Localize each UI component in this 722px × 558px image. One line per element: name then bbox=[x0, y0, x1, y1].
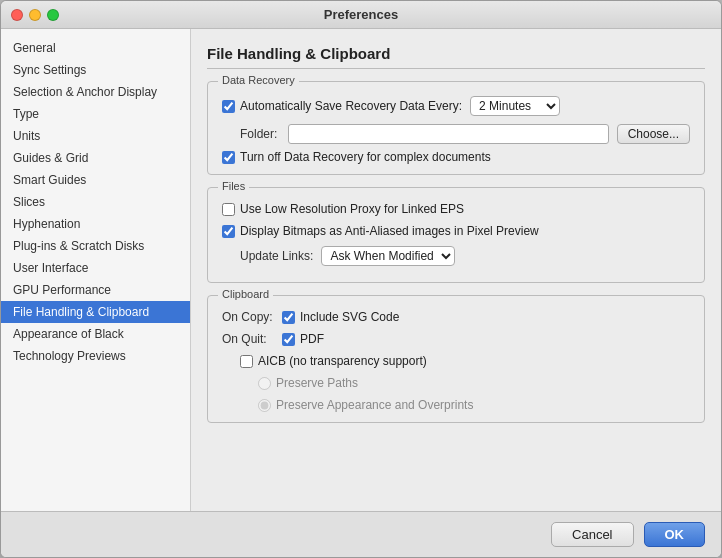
low-res-text: Use Low Resolution Proxy for Linked EPS bbox=[240, 202, 464, 216]
data-recovery-section: Data Recovery Automatically Save Recover… bbox=[207, 81, 705, 175]
auto-save-checkbox-label[interactable]: Automatically Save Recovery Data Every: bbox=[222, 99, 462, 113]
update-links-label: Update Links: bbox=[240, 249, 313, 263]
sidebar-item[interactable]: Units bbox=[1, 125, 190, 147]
sidebar-item[interactable]: Appearance of Black bbox=[1, 323, 190, 345]
preserve-paths-text: Preserve Paths bbox=[276, 376, 358, 390]
preserve-appearance-row: Preserve Appearance and Overprints bbox=[258, 398, 690, 412]
anti-aliased-checkbox-label[interactable]: Display Bitmaps as Anti-Aliased images i… bbox=[222, 224, 539, 238]
pdf-checkbox[interactable] bbox=[282, 333, 295, 346]
complex-docs-checkbox-label[interactable]: Turn off Data Recovery for complex docum… bbox=[222, 150, 491, 164]
anti-aliased-text: Display Bitmaps as Anti-Aliased images i… bbox=[240, 224, 539, 238]
low-res-checkbox[interactable] bbox=[222, 203, 235, 216]
data-recovery-label: Data Recovery bbox=[218, 74, 299, 86]
complex-docs-checkbox[interactable] bbox=[222, 151, 235, 164]
preserve-appearance-text: Preserve Appearance and Overprints bbox=[276, 398, 473, 412]
clipboard-section: Clipboard On Copy: Include SVG Code On Q… bbox=[207, 295, 705, 423]
footer: Cancel OK bbox=[1, 511, 721, 557]
sidebar-item[interactable]: Slices bbox=[1, 191, 190, 213]
files-label: Files bbox=[218, 180, 249, 192]
main-panel-title: File Handling & Clipboard bbox=[207, 45, 705, 69]
choose-button[interactable]: Choose... bbox=[617, 124, 690, 144]
anti-aliased-row: Display Bitmaps as Anti-Aliased images i… bbox=[222, 224, 690, 238]
complex-docs-text: Turn off Data Recovery for complex docum… bbox=[240, 150, 491, 164]
aicb-checkbox[interactable] bbox=[240, 355, 253, 368]
sidebar-item[interactable]: Type bbox=[1, 103, 190, 125]
anti-aliased-checkbox[interactable] bbox=[222, 225, 235, 238]
complex-docs-row: Turn off Data Recovery for complex docum… bbox=[222, 150, 690, 164]
sidebar-item[interactable]: Hyphenation bbox=[1, 213, 190, 235]
preserve-paths-radio bbox=[258, 377, 271, 390]
ok-button[interactable]: OK bbox=[644, 522, 706, 547]
preserve-paths-row: Preserve Paths bbox=[258, 376, 690, 390]
auto-save-text: Automatically Save Recovery Data Every: bbox=[240, 99, 462, 113]
clipboard-label: Clipboard bbox=[218, 288, 273, 300]
update-links-row: Update Links: Ask When ModifiedAutomatic… bbox=[240, 246, 690, 266]
files-section: Files Use Low Resolution Proxy for Linke… bbox=[207, 187, 705, 283]
on-copy-row: On Copy: Include SVG Code bbox=[222, 310, 690, 324]
folder-input[interactable] bbox=[288, 124, 609, 144]
sidebar-item[interactable]: Selection & Anchor Display bbox=[1, 81, 190, 103]
aicb-row: AICB (no transparency support) bbox=[240, 354, 690, 368]
sidebar-item[interactable]: GPU Performance bbox=[1, 279, 190, 301]
folder-row: Folder: Choose... bbox=[240, 124, 690, 144]
on-copy-label: On Copy: bbox=[222, 310, 282, 324]
pdf-checkbox-label[interactable]: PDF bbox=[282, 332, 324, 346]
maximize-button[interactable] bbox=[47, 9, 59, 21]
title-bar: Preferences bbox=[1, 1, 721, 29]
close-button[interactable] bbox=[11, 9, 23, 21]
cancel-button[interactable]: Cancel bbox=[551, 522, 633, 547]
minimize-button[interactable] bbox=[29, 9, 41, 21]
pdf-text: PDF bbox=[300, 332, 324, 346]
window-controls bbox=[11, 9, 59, 21]
low-res-row: Use Low Resolution Proxy for Linked EPS bbox=[222, 202, 690, 216]
include-svg-checkbox[interactable] bbox=[282, 311, 295, 324]
update-links-select[interactable]: Ask When ModifiedAutomaticallyManually bbox=[321, 246, 455, 266]
sidebar-item[interactable]: Technology Previews bbox=[1, 345, 190, 367]
window-title: Preferences bbox=[324, 7, 398, 22]
sidebar-item[interactable]: Guides & Grid bbox=[1, 147, 190, 169]
preferences-window: Preferences GeneralSync SettingsSelectio… bbox=[0, 0, 722, 558]
sidebar-item[interactable]: File Handling & Clipboard bbox=[1, 301, 190, 323]
low-res-checkbox-label[interactable]: Use Low Resolution Proxy for Linked EPS bbox=[222, 202, 464, 216]
include-svg-checkbox-label[interactable]: Include SVG Code bbox=[282, 310, 399, 324]
sidebar-item[interactable]: Sync Settings bbox=[1, 59, 190, 81]
auto-save-row: Automatically Save Recovery Data Every: … bbox=[222, 96, 690, 116]
include-svg-text: Include SVG Code bbox=[300, 310, 399, 324]
aicb-text: AICB (no transparency support) bbox=[258, 354, 427, 368]
minutes-select[interactable]: 1 Minute2 Minutes5 Minutes10 Minutes15 M… bbox=[470, 96, 560, 116]
aicb-checkbox-label[interactable]: AICB (no transparency support) bbox=[240, 354, 427, 368]
sidebar-item[interactable]: Plug-ins & Scratch Disks bbox=[1, 235, 190, 257]
folder-label: Folder: bbox=[240, 127, 280, 141]
content-area: GeneralSync SettingsSelection & Anchor D… bbox=[1, 29, 721, 511]
sidebar-item[interactable]: General bbox=[1, 37, 190, 59]
on-quit-label: On Quit: bbox=[222, 332, 282, 346]
preserve-appearance-radio-label: Preserve Appearance and Overprints bbox=[258, 398, 473, 412]
auto-save-checkbox[interactable] bbox=[222, 100, 235, 113]
main-panel: File Handling & Clipboard Data Recovery … bbox=[191, 29, 721, 511]
sidebar-item[interactable]: User Interface bbox=[1, 257, 190, 279]
sidebar: GeneralSync SettingsSelection & Anchor D… bbox=[1, 29, 191, 511]
sidebar-item[interactable]: Smart Guides bbox=[1, 169, 190, 191]
on-quit-row: On Quit: PDF bbox=[222, 332, 690, 346]
preserve-appearance-radio bbox=[258, 399, 271, 412]
preserve-paths-radio-label: Preserve Paths bbox=[258, 376, 358, 390]
